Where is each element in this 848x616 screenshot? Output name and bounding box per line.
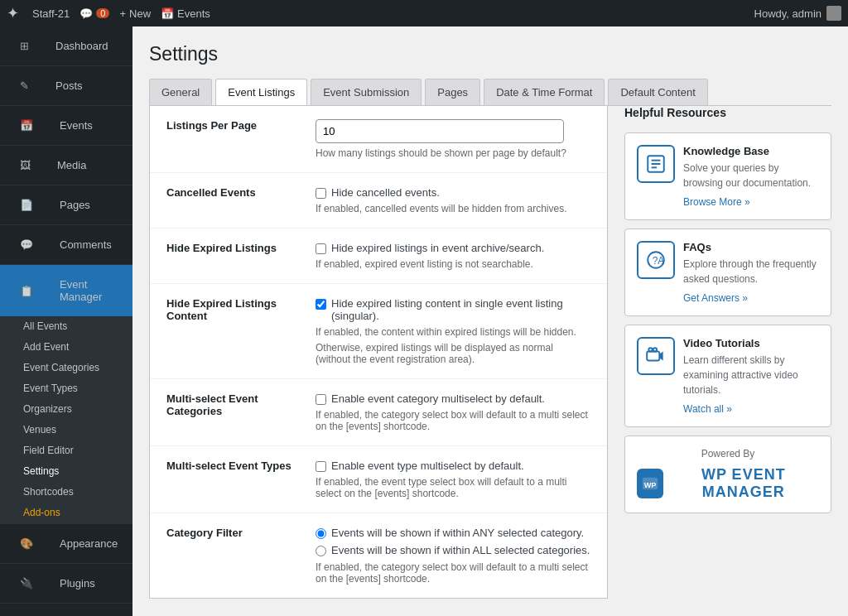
sidebar-label-pages: Pages <box>50 192 100 218</box>
comments-item[interactable]: 💬 0 <box>80 7 109 20</box>
settings-table: Listings Per Page How many listings shou… <box>150 106 607 598</box>
powered-by-text: Powered By <box>637 448 819 460</box>
video-tutorials-icon <box>637 337 675 375</box>
pages-icon: 📄 <box>10 192 43 218</box>
sidebar-item-comments[interactable]: 💬Comments <box>0 225 132 265</box>
comments-icon: 💬 <box>10 232 43 257</box>
cat-filter-radio-all-wrap: Events will be shown if within ALL selec… <box>316 544 590 556</box>
multi-cat-desc: If enabled, the category select box will… <box>316 409 590 432</box>
new-item[interactable]: + New <box>119 7 151 20</box>
multi-cat-checkbox[interactable] <box>316 394 326 405</box>
brand-name: WP EVENT MANAGER <box>668 466 819 501</box>
hide-expired-content-checkbox[interactable] <box>316 299 326 310</box>
cancelled-events-check-label: Hide cancelled events. <box>331 186 440 199</box>
video-tutorials-desc: Learn different skills by examining attr… <box>683 353 819 397</box>
new-label: New <box>129 7 151 20</box>
tab-default-content[interactable]: Default Content <box>608 79 707 105</box>
admin-bar: ✦ Staff-21 💬 0 + New 📅 Events Howdy, adm… <box>0 0 848 26</box>
submenu-add-event[interactable]: Add Event <box>0 337 132 358</box>
users-icon: 👤 <box>10 610 43 616</box>
submenu-all-events[interactable]: All Events <box>0 316 132 337</box>
sidebar-item-dashboard[interactable]: ⊞Dashboard <box>0 26 132 66</box>
sidebar-item-plugins[interactable]: 🔌Plugins <box>0 564 132 604</box>
tab-general[interactable]: General <box>149 79 212 105</box>
sidebar-menu: ⊞Dashboard ✎Posts 📅Events 🖼Media 📄Pages … <box>0 26 132 616</box>
plus-icon: + <box>119 7 126 20</box>
field-cell-listings-per-page: How many listings should be shown per pa… <box>316 106 607 173</box>
video-tutorials-content: Video Tutorials Learn different skills b… <box>683 337 819 415</box>
tab-date-time[interactable]: Date & Time Format <box>484 79 605 105</box>
media-icon: 🖼 <box>10 152 41 178</box>
resource-card-faqs: ?A FAQs Explore through the frequently a… <box>624 229 831 316</box>
submenu-shortcodes[interactable]: Shortcodes <box>0 482 132 503</box>
field-label-hide-expired-content: Hide Expired Listings Content <box>150 284 316 379</box>
hide-expired-content-checkbox-wrap: Hide expired listing content in single e… <box>316 297 590 322</box>
listings-per-page-input[interactable] <box>316 119 564 143</box>
sidebar: ⊞Dashboard ✎Posts 📅Events 🖼Media 📄Pages … <box>0 26 132 616</box>
knowledge-base-icon <box>637 145 675 183</box>
sidebar-label-plugins: Plugins <box>50 570 105 596</box>
resource-card-video-tutorials: Video Tutorials Learn different skills b… <box>624 325 831 427</box>
app-layout: ✦ Staff-21 💬 0 + New 📅 Events Howdy, adm… <box>0 0 848 616</box>
faqs-link[interactable]: Get Answers » <box>683 292 748 304</box>
multi-cat-check-label: Enable event category multiselect by def… <box>331 392 545 405</box>
submenu-field-editor[interactable]: Field Editor <box>0 440 132 461</box>
wp-body: ⊞Dashboard ✎Posts 📅Events 🖼Media 📄Pages … <box>0 26 848 616</box>
cat-filter-radio-all[interactable] <box>316 546 326 556</box>
field-label-multi-types: Multi-select Event Types <box>150 446 316 513</box>
posts-icon: ✎ <box>10 73 39 99</box>
field-cell-multi-types: Enable event type multiselect by default… <box>316 446 607 513</box>
events-icon: 📅 <box>161 7 174 20</box>
listings-per-page-desc: How many listings should be shown per pa… <box>316 147 590 159</box>
events-item[interactable]: 📅 Events <box>161 7 210 20</box>
multi-types-checkbox[interactable] <box>316 461 326 472</box>
table-row: Multi-select Event Types Enable event ty… <box>150 446 607 513</box>
table-row: Category Filter Events will be shown if … <box>150 513 607 599</box>
resources-panel: Helpful Resources Knowledge Base Solve y… <box>624 106 831 599</box>
hide-expired-content-desc1: If enabled, the content within expired l… <box>316 326 590 338</box>
submenu-event-categories[interactable]: Event Categories <box>0 358 132 378</box>
submenu-event-types[interactable]: Event Types <box>0 378 132 399</box>
tab-event-submission[interactable]: Event Submission <box>311 79 422 105</box>
video-tutorials-link[interactable]: Watch all » <box>683 403 732 415</box>
sidebar-item-appearance[interactable]: 🎨Appearance <box>0 524 132 564</box>
multi-types-checkbox-wrap: Enable event type multiselect by default… <box>316 460 590 472</box>
cancelled-events-checkbox-wrap: Hide cancelled events. <box>316 186 590 199</box>
sidebar-item-pages[interactable]: 📄Pages <box>0 185 132 225</box>
brand-icon: WP <box>637 469 663 498</box>
hide-expired-content-check-label: Hide expired listing content in single e… <box>331 297 590 322</box>
cat-filter-radio-any[interactable] <box>316 528 326 539</box>
sidebar-item-posts[interactable]: ✎Posts <box>0 66 132 106</box>
sidebar-label-event-manager: Event Manager <box>50 272 123 310</box>
sidebar-item-users[interactable]: 👤Users <box>0 604 132 616</box>
event-manager-icon: 📋 <box>10 278 43 304</box>
svg-point-8 <box>648 348 652 351</box>
sidebar-item-events[interactable]: 📅Events <box>0 106 132 146</box>
admin-avatar <box>826 6 841 21</box>
sidebar-item-media[interactable]: 🖼Media <box>0 146 132 185</box>
faqs-desc: Explore through the frequently asked que… <box>683 257 819 286</box>
hide-expired-checkbox-wrap: Hide expired listings in event archive/s… <box>316 242 590 254</box>
cat-filter-all-label: Events will be shown if within ALL selec… <box>331 544 590 556</box>
knowledge-base-content: Knowledge Base Solve your queries by bro… <box>683 145 819 208</box>
field-cell-hide-expired: Hide expired listings in event archive/s… <box>316 229 607 284</box>
resources-title: Helpful Resources <box>624 106 831 124</box>
hide-expired-checkbox[interactable] <box>316 243 326 254</box>
faqs-title: FAQs <box>683 241 819 253</box>
tab-pages[interactable]: Pages <box>425 79 480 105</box>
field-label-cat-filter: Category Filter <box>150 513 316 599</box>
knowledge-base-link[interactable]: Browse More » <box>683 196 750 208</box>
multi-cat-checkbox-wrap: Enable event category multiselect by def… <box>316 392 590 405</box>
submenu-venues[interactable]: Venues <box>0 420 132 440</box>
field-cell-hide-expired-content: Hide expired listing content in single e… <box>316 284 607 379</box>
comment-count: 0 <box>96 8 109 18</box>
submenu-organizers[interactable]: Organizers <box>0 399 132 420</box>
submenu-settings[interactable]: Settings <box>0 461 132 482</box>
dashboard-icon: ⊞ <box>10 33 39 59</box>
sidebar-item-event-manager[interactable]: 📋 Event Manager All Events Add Event Eve… <box>0 265 132 524</box>
tab-event-listings[interactable]: Event Listings <box>215 79 307 105</box>
cancelled-events-checkbox[interactable] <box>316 188 326 199</box>
submenu-addons[interactable]: Add-ons <box>0 503 132 523</box>
site-name[interactable]: Staff-21 <box>32 7 70 20</box>
sidebar-label-appearance: Appearance <box>50 531 128 556</box>
